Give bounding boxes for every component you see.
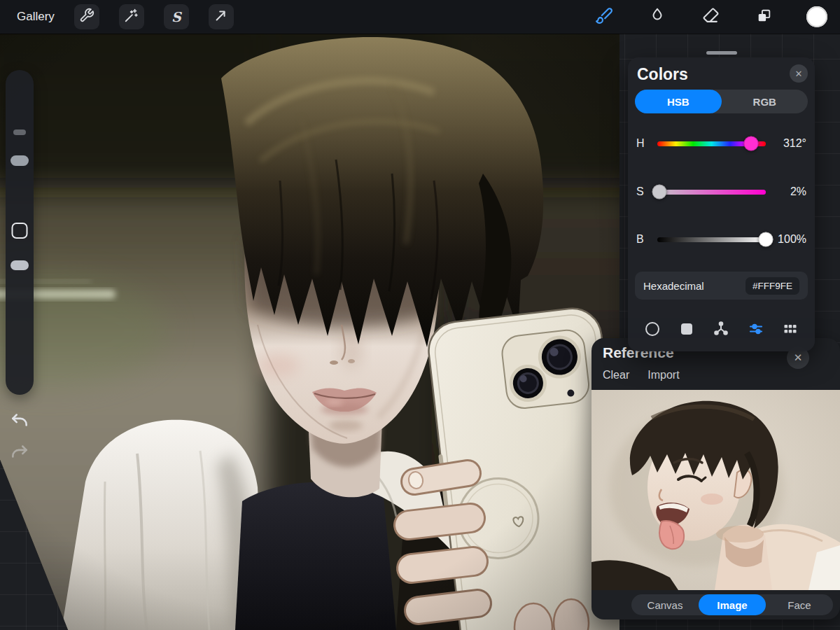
palettes-grid-icon (782, 321, 799, 340)
reference-tab-canvas[interactable]: Canvas (631, 594, 699, 615)
colors-close-button[interactable]: ✕ (790, 64, 808, 83)
hex-value-field[interactable]: #FFF9FE (746, 277, 799, 295)
colors-title: Colors (637, 65, 688, 84)
smudge-icon (649, 7, 666, 27)
brightness-slider[interactable] (657, 237, 766, 242)
transform-button[interactable] (209, 4, 234, 29)
adjustments-button[interactable] (119, 4, 144, 29)
wrench-icon (79, 8, 94, 26)
hue-label: H (636, 137, 650, 150)
colors-panel: Colors ✕ HSB RGB H 312° S 2% B 100% (628, 57, 815, 351)
modify-button[interactable] (12, 223, 28, 239)
gallery-button[interactable]: Gallery (17, 10, 55, 24)
actions-button[interactable] (74, 4, 99, 29)
canvas-artwork[interactable] (0, 34, 620, 630)
harmony-icon (713, 321, 729, 340)
magic-wand-icon (124, 8, 139, 26)
saturation-slider-row: S 2% (636, 181, 806, 202)
eraser-icon (702, 7, 720, 27)
saturation-value: 2% (773, 186, 806, 198)
color-swatch (806, 6, 827, 27)
value-sliders-icon (748, 321, 764, 340)
disc-icon (644, 321, 661, 340)
layers-button[interactable] (752, 5, 776, 29)
layers-icon (755, 7, 773, 27)
saturation-slider-knob[interactable] (652, 185, 667, 200)
brightness-label: B (636, 233, 650, 246)
undo-icon (9, 421, 30, 433)
reference-tab-bar: Canvas Image Face (631, 594, 833, 615)
brightness-value: 100% (773, 233, 806, 246)
hexadecimal-label: Hexadecimal (643, 280, 746, 292)
hue-value: 312° (773, 137, 806, 150)
hue-slider[interactable] (657, 141, 766, 146)
palettes-mode-button[interactable] (780, 321, 800, 340)
opacity-slider[interactable] (10, 260, 29, 270)
color-panel-mode-bar (635, 315, 808, 346)
brush-sidebar (6, 70, 34, 395)
brush-icon (595, 6, 613, 27)
reference-panel: Reference ✕ Clear Import (592, 338, 840, 620)
reference-tab-image[interactable]: Image (699, 594, 766, 615)
reference-image[interactable] (592, 390, 840, 590)
brightness-slider-knob[interactable] (759, 232, 774, 247)
selection-icon: S (172, 10, 181, 24)
reference-tab-face[interactable]: Face (766, 594, 833, 615)
value-mode-button[interactable] (746, 321, 766, 340)
brush-size-notch (13, 130, 26, 135)
rgb-tab[interactable]: RGB (722, 90, 808, 113)
smudge-tool-button[interactable] (645, 5, 669, 29)
undo-button[interactable] (9, 410, 30, 433)
hexadecimal-row: Hexadecimal #FFF9FE (635, 272, 808, 300)
procreate-app: Gallery S (0, 0, 840, 630)
selection-button[interactable]: S (164, 4, 189, 29)
classic-square-icon (678, 321, 695, 340)
saturation-slider[interactable] (657, 190, 766, 195)
brush-tool-button[interactable] (592, 5, 616, 29)
redo-icon (9, 452, 30, 464)
brush-size-slider[interactable] (10, 155, 29, 166)
top-toolbar: Gallery S (0, 0, 840, 34)
brightness-slider-row: B 100% (636, 229, 806, 250)
disc-mode-button[interactable] (643, 321, 662, 340)
hue-slider-row: H 312° (636, 133, 806, 154)
reference-clear-button[interactable]: Clear (603, 369, 629, 382)
panel-drag-handle[interactable] (706, 51, 737, 55)
close-icon: ✕ (795, 69, 803, 79)
harmony-mode-button[interactable] (711, 321, 731, 340)
close-icon: ✕ (794, 351, 803, 364)
transform-arrow-icon (214, 8, 229, 26)
hue-slider-knob[interactable] (744, 136, 759, 151)
classic-mode-button[interactable] (677, 321, 696, 340)
active-color-button[interactable] (805, 5, 829, 29)
reference-import-button[interactable]: Import (648, 369, 679, 382)
eraser-tool-button[interactable] (699, 5, 722, 29)
saturation-label: S (636, 186, 650, 198)
hsb-tab[interactable]: HSB (635, 90, 722, 113)
color-mode-segmented-control: HSB RGB (635, 90, 808, 113)
redo-button[interactable] (9, 441, 30, 465)
